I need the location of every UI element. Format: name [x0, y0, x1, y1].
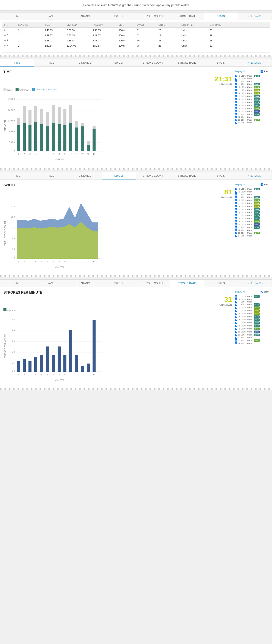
tab-intervals-3[interactable]: INTERVALS	[238, 172, 272, 180]
sidebar-item[interactable]: 4 100m Unkn 1:25	[235, 92, 268, 94]
swolf-rest-checkbox[interactable]	[260, 183, 263, 186]
sidebar-item[interactable]: 50m Unkn 1:42	[235, 303, 268, 306]
tab-intervals-4[interactable]: INTERVALS	[238, 280, 272, 287]
tab-stroke-count-4[interactable]: STROKE COUNT	[136, 280, 170, 287]
tab-swolf-4[interactable]: SWOLF	[102, 280, 136, 287]
sidebar-checkbox[interactable]	[235, 334, 237, 336]
sidebar-item[interactable]: 12 50m Unkn	[235, 229, 268, 231]
tab-swolf-3[interactable]: SWOLF	[102, 172, 136, 180]
sidebar-checkbox[interactable]	[235, 113, 237, 116]
sidebar-checkbox[interactable]	[235, 331, 237, 333]
cell-expand[interactable]: ▶ 2	[2, 33, 16, 38]
sidebar-item[interactable]: 13 50m Unkn 1:07	[235, 119, 268, 121]
sidebar-checkbox[interactable]	[235, 301, 237, 303]
sidebar-item[interactable]: 11 50m Unkn 1:38	[235, 334, 268, 336]
sidebar-item[interactable]: 10 100m Unkn 1:01	[235, 223, 268, 226]
sidebar-checkbox[interactable]	[235, 220, 237, 222]
sidebar-item[interactable]: 50m Unkn 1:42	[235, 83, 268, 86]
sidebar-item[interactable]: 13 50m Unkn 1:07	[235, 339, 268, 342]
sidebar-item[interactable]: 100m Unkn 1:08	[235, 89, 268, 92]
sidebar-item[interactable]: 50m Unkn	[235, 80, 268, 82]
tab-stroke-count-2[interactable]: STROKE COUNT	[136, 59, 170, 66]
tab-stroke-count[interactable]: STROKE COUNT	[136, 12, 170, 20]
sidebar-item[interactable]: 5 100m Unkn 1:48	[235, 208, 268, 210]
sidebar-item[interactable]: 14 50m Unkn	[235, 342, 268, 344]
sidebar-checkbox[interactable]	[235, 86, 237, 88]
tab-stroke-rate-4[interactable]: STROKE RATE	[170, 280, 204, 287]
sidebar-item[interactable]: 10 100m Unkn 1:01	[235, 110, 268, 112]
sidebar-checkbox[interactable]	[235, 235, 237, 237]
sidebar-item[interactable]: 3 100m Unkn 1:15	[235, 199, 268, 202]
sidebar-item[interactable]: 50m Unkn	[235, 301, 268, 303]
sidebar-checkbox[interactable]	[235, 104, 237, 106]
sidebar-item[interactable]: 7 100m Unkn 1:23	[235, 101, 268, 104]
sidebar-checkbox[interactable]	[235, 188, 237, 190]
sidebar-checkbox[interactable]	[235, 226, 237, 228]
stroke-rate-display-all[interactable]: Display All	[235, 291, 245, 293]
sidebar-checkbox[interactable]	[235, 122, 237, 124]
tab-distance[interactable]: DISTANCE	[68, 12, 102, 20]
tab-swolf-2[interactable]: SWOLF	[102, 59, 136, 66]
sidebar-item[interactable]: 10 100m Unkn 1:01	[235, 330, 268, 333]
sidebar-item[interactable]: 2 100m Unkn	[235, 191, 268, 193]
sidebar-item[interactable]: 5 100m Unkn 1:48	[235, 95, 268, 98]
sidebar-checkbox[interactable]	[235, 322, 237, 324]
tab-stroke-count-3[interactable]: STROKE COUNT	[136, 172, 170, 180]
sidebar-checkbox[interactable]	[235, 116, 237, 118]
sidebar-item[interactable]: 4 100m Unkn 1:25	[235, 205, 268, 208]
sidebar-item[interactable]: 8 100m Unkn 1:47	[235, 217, 268, 220]
sidebar-item[interactable]: 12 50m Unkn	[235, 116, 268, 118]
sidebar-checkbox[interactable]	[235, 298, 237, 300]
sidebar-checkbox[interactable]	[235, 336, 237, 339]
sidebar-checkbox[interactable]	[235, 83, 237, 85]
sidebar-item[interactable]: 7 100m Unkn 1:23	[235, 322, 268, 324]
sidebar-checkbox[interactable]	[235, 196, 237, 198]
sidebar-checkbox[interactable]	[235, 193, 237, 196]
sidebar-item[interactable]: 9 100m Unkn 1:45	[235, 328, 268, 330]
sidebar-item[interactable]: 3 100m Unkn 1:15	[235, 306, 268, 309]
tab-time-3[interactable]: TIME	[0, 172, 34, 180]
sidebar-checkbox[interactable]	[235, 217, 237, 220]
tab-time-4[interactable]: TIME	[0, 280, 34, 287]
tab-stats-2[interactable]: STATS	[204, 59, 238, 66]
sidebar-checkbox[interactable]	[235, 310, 237, 312]
tab-pace-4[interactable]: PACE	[34, 280, 68, 287]
sidebar-checkbox[interactable]	[235, 75, 237, 77]
sidebar-checkbox[interactable]	[235, 306, 237, 309]
sidebar-item[interactable]: 5 100m Unkn 1:48	[235, 316, 268, 318]
tab-intervals-2[interactable]: INTERVALS	[238, 59, 272, 66]
sidebar-checkbox[interactable]	[235, 98, 237, 100]
sidebar-checkbox[interactable]	[235, 229, 237, 231]
tab-time[interactable]: TIME	[0, 12, 34, 20]
sidebar-item[interactable]: 11 50m Unkn 1:38	[235, 113, 268, 116]
tab-stroke-rate-3[interactable]: STROKE RATE	[170, 172, 204, 180]
sidebar-item[interactable]: 14 50m Unkn	[235, 235, 268, 237]
sidebar-item[interactable]: 1 100m Unkn 1:42	[235, 295, 268, 298]
time-rest-check[interactable]: Rest	[260, 70, 268, 73]
sidebar-checkbox[interactable]	[235, 110, 237, 112]
sidebar-item[interactable]: 2 100m Unkn	[235, 78, 268, 80]
sidebar-checkbox[interactable]	[235, 208, 237, 210]
sidebar-checkbox[interactable]	[235, 199, 237, 201]
tab-pace-2[interactable]: PACE	[34, 59, 68, 66]
cell-expand[interactable]: ▶ 4	[2, 43, 16, 48]
rest-checkbox[interactable]	[260, 70, 263, 73]
sidebar-checkbox[interactable]	[235, 191, 237, 193]
time-display-all[interactable]: Display All	[235, 70, 245, 73]
sidebar-item[interactable]: 50m Unkn	[235, 193, 268, 196]
stroke-rate-rest-check[interactable]: Rest	[260, 290, 268, 294]
tab-stroke-rate[interactable]: STROKE RATE	[170, 12, 204, 20]
tab-stats-3[interactable]: STATS	[204, 172, 238, 180]
cell-expand[interactable]: ▶ 3	[2, 38, 16, 43]
sidebar-item[interactable]: 14 50m Unkn	[235, 122, 268, 124]
sidebar-checkbox[interactable]	[235, 214, 237, 216]
tab-swolf[interactable]: SWOLF	[102, 12, 136, 20]
sidebar-item[interactable]: 100m Unkn 1:08	[235, 310, 268, 312]
sidebar-item[interactable]: 11 50m Unkn 1:38	[235, 226, 268, 229]
sidebar-checkbox[interactable]	[235, 316, 237, 318]
sidebar-checkbox[interactable]	[235, 232, 237, 234]
sidebar-checkbox[interactable]	[235, 223, 237, 226]
sidebar-checkbox[interactable]	[235, 325, 237, 327]
sidebar-item[interactable]: 8 100m Unkn 1:47	[235, 324, 268, 327]
sidebar-checkbox[interactable]	[235, 119, 237, 121]
